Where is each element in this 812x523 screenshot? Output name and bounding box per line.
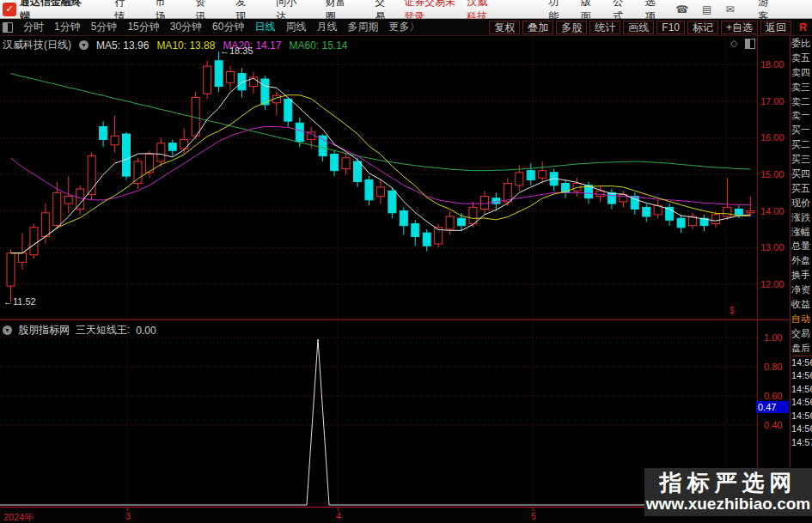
diamond-tool-icon[interactable]: ◇ [730, 38, 737, 49]
cursor-value-badge: 0.47 [756, 401, 789, 413]
add-watchlist-button[interactable]: +自选 [721, 21, 758, 34]
sidebar-label-收益: 收益 [791, 297, 812, 312]
sidebar-label-买五: 买五 [791, 181, 812, 196]
tick-time: 14:56 [791, 369, 812, 383]
sidebar-label-买一: 买一 [791, 123, 812, 137]
tf-15min[interactable]: 15分钟 [127, 20, 159, 34]
top-menu-bar: ✓ 通达信金融终端 行情 市场 资讯 发现 问小达 财富圈 交易 证券交易未登录… [0, 0, 812, 19]
sidebar-label-现价: 现价 [791, 196, 812, 210]
mark-button[interactable]: 标记 [687, 21, 718, 34]
sidebar-label-盘后[interactable]: 盘后 [791, 341, 812, 356]
sidebar-label-外盘: 外盘 [791, 253, 812, 268]
f10-button[interactable]: F10 [656, 21, 685, 34]
tf-multi-period[interactable]: 多周期 [347, 20, 378, 34]
price-tick-14: 14.00 [760, 206, 789, 216]
price-tick-16: 16.00 [760, 132, 789, 143]
sidebar-label-换手: 换手 [791, 268, 812, 283]
tf-30min[interactable]: 30分钟 [170, 20, 202, 34]
tick-time: 14:56 [791, 383, 812, 397]
sidebar: 委比卖五卖四卖三卖二卖一买一买二买三买四买五现价涨跌涨幅总量外盘换手净资收益自动… [791, 36, 812, 449]
tf-intraday[interactable]: 分时 [23, 20, 44, 34]
price-tick-18: 18.00 [760, 59, 789, 70]
tf-1min[interactable]: 1分钟 [54, 20, 81, 34]
collapse-icon[interactable]: ▾ [79, 40, 89, 50]
sidebar-label-买四: 买四 [791, 167, 812, 181]
sidebar-label-自动[interactable]: 自动 [791, 312, 812, 326]
price-tick-13: 13.00 [760, 242, 789, 252]
overlay-button[interactable]: 叠加 [522, 21, 553, 34]
multi-stock-button[interactable]: 多股 [556, 21, 587, 34]
sidebar-label-买二: 买二 [791, 137, 812, 152]
tf-60min[interactable]: 60分钟 [212, 20, 244, 34]
time-label-year: 2024年 [3, 511, 34, 523]
axis-separator-line [757, 36, 758, 507]
panel-icon[interactable] [745, 39, 755, 49]
watermark-title: 指标严选网 [660, 471, 797, 495]
sidebar-label-卖三: 卖三 [791, 80, 812, 94]
sidebar-label-买三: 买三 [791, 152, 812, 167]
tick-time: 14:57 [791, 436, 812, 450]
headset-icon[interactable]: ☎ [675, 3, 688, 15]
indicator-source: 股朋指标网 [18, 323, 70, 338]
qr-phone-icon[interactable]: ▤ [702, 3, 711, 15]
ma5-label: MA5: 13.96 [96, 40, 149, 52]
sidebar-separator-line [790, 36, 791, 507]
low-price-annotation: ←11.52 [3, 296, 36, 307]
tf-daily-active[interactable]: 日线 [254, 20, 275, 34]
r-badge: R [799, 21, 807, 33]
tick-time: 14:56 [791, 423, 812, 436]
ma60-label: MA60: 15.14 [289, 40, 347, 52]
tf-more[interactable]: 更多〉 [388, 20, 419, 34]
tdx-terminal-window: ✓ 通达信金融终端 行情 市场 资讯 发现 问小达 财富圈 交易 证券交易未登录… [0, 0, 812, 523]
sidebar-label-卖一: 卖一 [791, 108, 812, 123]
candlestick-chart[interactable] [0, 36, 812, 320]
sidebar-label-交易[interactable]: 交易 [791, 326, 812, 341]
back-button[interactable]: 返回 [760, 21, 791, 34]
indicator-name: 三天短线王: [76, 323, 130, 338]
watermark-url: www.xuezhibiao.com [646, 495, 810, 514]
ind-tick-040: 0.40 [764, 420, 790, 430]
sidebar-label-卖四: 卖四 [791, 65, 812, 80]
tf-weekly[interactable]: 周线 [285, 20, 306, 34]
ind-tick-080: 0.80 [764, 362, 790, 372]
tdx-logo-icon: ✓ [3, 3, 16, 16]
time-label-april: 4 [336, 511, 341, 521]
mail-icon[interactable]: ✉ [725, 3, 734, 15]
ind-tick-100: 1.00 [764, 332, 790, 343]
sidebar-label-涨幅: 涨幅 [791, 225, 812, 240]
tick-time: 14:56 [791, 410, 812, 423]
time-label-march: 3 [125, 511, 131, 521]
tf-5min[interactable]: 5分钟 [91, 20, 118, 34]
price-tick-17: 17.00 [760, 96, 789, 106]
price-tick-15: 15.00 [760, 169, 789, 179]
statistics-button[interactable]: 统计 [589, 21, 620, 34]
sidebar-label-卖五: 卖五 [791, 51, 812, 65]
panel-divider[interactable] [0, 319, 791, 320]
period-toolbar: 分时 1分钟 5分钟 15分钟 30分钟 60分钟 日线 周线 月线 多周期 更… [0, 19, 812, 36]
sidebar-label-净资: 净资 [791, 283, 812, 297]
chart-header: 汉威科技(日线) ▾ MA5: 13.96 MA10: 13.88 MA20: … [3, 38, 356, 52]
indicator-collapse-icon[interactable]: ▾ [3, 325, 12, 335]
tick-time: 14:56 [791, 396, 812, 410]
price-tick-12: 12.00 [760, 279, 789, 289]
high-price-annotation: ←18.35 [220, 46, 253, 56]
indicator-value: 0.00 [136, 325, 156, 337]
panel-layout-icon[interactable] [3, 22, 13, 33]
chart-title: 汉威科技(日线) [3, 38, 71, 52]
dollar-marker-icon: $ [730, 306, 735, 315]
time-label-may: 5 [531, 511, 536, 521]
tf-monthly[interactable]: 月线 [316, 20, 337, 34]
watermark: 指标严选网 www.xuezhibiao.com [644, 468, 812, 516]
draw-line-button[interactable]: 画线 [623, 21, 654, 34]
sidebar-label-总量: 总量 [791, 239, 812, 253]
sidebar-label-委比: 委比 [791, 36, 812, 51]
tick-time: 14:56 [791, 356, 812, 370]
ma10-label: MA10: 13.88 [156, 40, 215, 52]
sidebar-label-涨跌: 涨跌 [791, 210, 812, 225]
ind-tick-060: 0.60 [764, 391, 790, 401]
adjust-price-button[interactable]: 复权 [489, 21, 520, 34]
indicator-header: ▾ 股朋指标网 三天短线王: 0.00 [3, 323, 162, 338]
sidebar-label-卖二: 卖二 [791, 94, 812, 109]
